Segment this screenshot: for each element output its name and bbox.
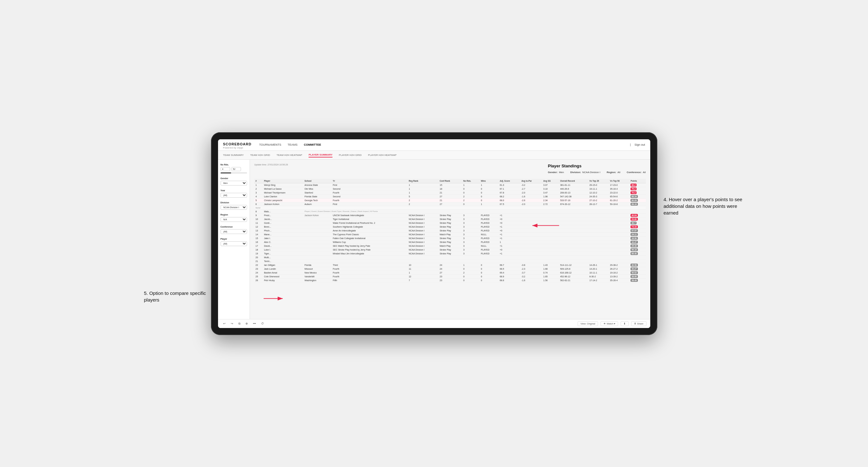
table-row: 25 Cole Sherwood Vanderbilt Fourth 12 23… [254, 275, 646, 278]
points-badge[interactable]: 76.2 [630, 187, 637, 190]
standings-table: # Player School Yr Reg Rank Conf Rank No… [254, 179, 646, 282]
dot-menu-button[interactable]: ••• [252, 321, 257, 326]
sidebar-division-select[interactable]: NCAA Division I [221, 205, 247, 210]
points-badge[interactable]: 25.38 [630, 245, 638, 247]
nav-tournaments[interactable]: TOURNAMENTS [259, 143, 281, 147]
paste-button[interactable]: ⊕ [244, 321, 249, 326]
redo-button[interactable]: ↪ [229, 321, 235, 326]
table-row: 23 Jack Lundin Missouri Fourth 11 24 0 0… [254, 267, 646, 271]
points-badge[interactable]: 16.50 [630, 237, 638, 240]
th-overall-record: Overall Record [559, 179, 588, 183]
points-badge[interactable]: 40.27 [630, 268, 638, 270]
th-adj-score: Adj. Score [499, 179, 520, 183]
nav-committee[interactable]: COMMITTEE [304, 143, 321, 147]
points-badge[interactable]: 38.49 [630, 279, 638, 282]
points-badge[interactable]: 24.11 [630, 233, 638, 236]
table-row: 11 Gordi... Wake Forest Invitational at … [254, 221, 646, 225]
points-badge[interactable]: 40.58 [630, 263, 638, 267]
undo-button[interactable]: ↩ [222, 321, 227, 326]
sub-nav: TEAM SUMMARY TEAM H2H GRID TEAM H2H HEAT… [218, 151, 650, 160]
subnav-player-summary[interactable]: PLAYER SUMMARY [309, 153, 333, 157]
top-nav: SCOREBOARD Powered by clippi TOURNAMENTS… [218, 139, 650, 151]
sidebar-slider-fill [221, 173, 231, 174]
sidebar-player-select[interactable]: (All) [221, 241, 247, 246]
table-row: 24 Bastien Amat New Mexico Fourth 1 27 2… [254, 271, 646, 275]
sidebar-player-label: Player [221, 238, 247, 240]
points-badge[interactable]: 68.18 [630, 203, 638, 206]
th-vs-top50: Vs Top 50 [609, 179, 629, 183]
table-row: 17 David... SEC Match Play hosted by Jer… [254, 244, 646, 248]
th-yr: Yr [332, 179, 407, 183]
points-badge[interactable]: 88.2 [630, 184, 637, 186]
points-badge[interactable]: 10.47 [630, 241, 638, 244]
th-rank: # [254, 179, 263, 183]
subnav-team-summary[interactable]: TEAM SUMMARY [223, 153, 244, 157]
main-content: No Rds. Gender Men [218, 160, 650, 319]
table-row: 15 Jake I. Fallen Oak Collegiate Invitat… [254, 236, 646, 240]
outer-wrapper: 5. Option to compare specific players 4.… [211, 132, 657, 335]
sidebar-nords-label: No Rds. [221, 163, 247, 166]
points-badge[interactable]: 46.7 [630, 222, 637, 224]
sign-out-link[interactable]: Sign out [634, 143, 645, 147]
points-badge[interactable]: 40.64 [630, 214, 638, 217]
sidebar-year-select[interactable]: (All) [221, 193, 247, 198]
points-badge[interactable]: 73.33 [630, 225, 638, 228]
sidebar-nords-min[interactable] [221, 167, 230, 171]
table-row: 8 Mats... Player | Event | Event Divisio… [254, 210, 646, 213]
sidebar-conference-section: Conference (All) [221, 226, 247, 234]
sidebar-year-label: Year [221, 189, 247, 192]
panel-title: Player Standings [548, 163, 646, 168]
points-badge[interactable]: 53.60 [630, 218, 638, 221]
content-panel: Update time: 27/01/2024 16:56:26 Player … [250, 160, 650, 319]
table-row: 13 Phich... Amer An Intercollegiate NCAA… [254, 228, 646, 232]
sidebar-region-select[interactable]: N/A [221, 217, 247, 222]
nav-right: | Sign out [630, 143, 645, 147]
subnav-player-h2h-grid[interactable]: PLAYER H2H GRID [339, 153, 362, 157]
sidebar-division-label: Division [221, 201, 247, 204]
table-row: 26 Petr Hruby Washington Fifth 7 23 0 0 … [254, 278, 646, 282]
sidebar-division-section: Division NCAA Division I [221, 201, 247, 210]
download-button[interactable]: ⬇ [621, 321, 629, 326]
update-time: Update time: 27/01/2024 16:56:26 [254, 163, 288, 166]
table-row: 20 Mutti... [254, 255, 646, 259]
sidebar-gender-select[interactable]: Men [221, 181, 247, 186]
table-row: 18 Luke I. SEC Stroke Play hosted by Jer… [254, 248, 646, 251]
watch-button[interactable]: 👁 Watch ▾ [600, 321, 618, 326]
points-badge[interactable]: 38.95 [630, 275, 638, 278]
table-row: 9 Prest... Jackson Kohon UNCW Seahawk In… [254, 213, 646, 217]
th-points: Points [629, 179, 646, 183]
sidebar-region-section: Region N/A [221, 214, 247, 222]
points-badge[interactable]: 56.18 [630, 248, 638, 251]
points-badge[interactable]: 80.09 [630, 199, 638, 202]
th-reg-rank: Reg Rank [407, 179, 438, 183]
table-row: 4 Luke Clanton Florida State Second 5 27… [254, 194, 646, 198]
points-badge[interactable]: 88.34 [630, 195, 638, 198]
table-row: 2 Michael La Sasso Ole Miss Second 1 18 … [254, 187, 646, 191]
logo-area: SCOREBOARD Powered by clippi [223, 141, 251, 149]
th-no-rds: No Rds. [462, 179, 479, 183]
subnav-team-h2h-heatmap[interactable]: TEAM H2H HEATMAP [276, 153, 302, 157]
filter-gender: Gender: Men [548, 171, 564, 174]
filter-conference: Conference: All [627, 171, 646, 174]
view-original-button[interactable]: View: Original [578, 321, 598, 326]
share-button[interactable]: ⬆ Share [631, 321, 646, 326]
subnav-player-h2h-heatmap[interactable]: PLAYER H2H HEATMAP [368, 153, 397, 157]
points-badge[interactable]: 70.2 [630, 191, 637, 194]
table-row: 10 Jacob... Tiger Invitational NCAA Divi… [254, 217, 646, 221]
subnav-team-h2h-grid[interactable]: TEAM H2H GRID [250, 153, 270, 157]
sidebar-year-section: Year (All) [221, 189, 247, 198]
timer-button[interactable]: ⏱ [260, 321, 265, 326]
table-row: 21 Tenhi... [254, 259, 646, 263]
sidebar-conference-select[interactable]: (All) [221, 229, 247, 234]
points-badge[interactable]: 57.57 [630, 229, 638, 232]
nav-teams[interactable]: TEAMS [287, 143, 298, 147]
sidebar-nords-max[interactable] [231, 167, 241, 171]
table-row: 6 Jackson Kohon Auburn First 2 27 0 1 67… [254, 202, 646, 206]
logo-sub: Powered by clippi [223, 147, 251, 149]
points-badge[interactable]: 40.02 [630, 271, 638, 274]
points-badge[interactable]: 66.40 [630, 252, 638, 255]
filter-row: Gender: Men Division: NCAA Division I Re… [548, 171, 646, 174]
sidebar-conference-label: Conference [221, 226, 247, 228]
nav-items: TOURNAMENTS TEAMS COMMITTEE [259, 143, 630, 147]
copy-button[interactable]: ⧉ [237, 321, 242, 326]
